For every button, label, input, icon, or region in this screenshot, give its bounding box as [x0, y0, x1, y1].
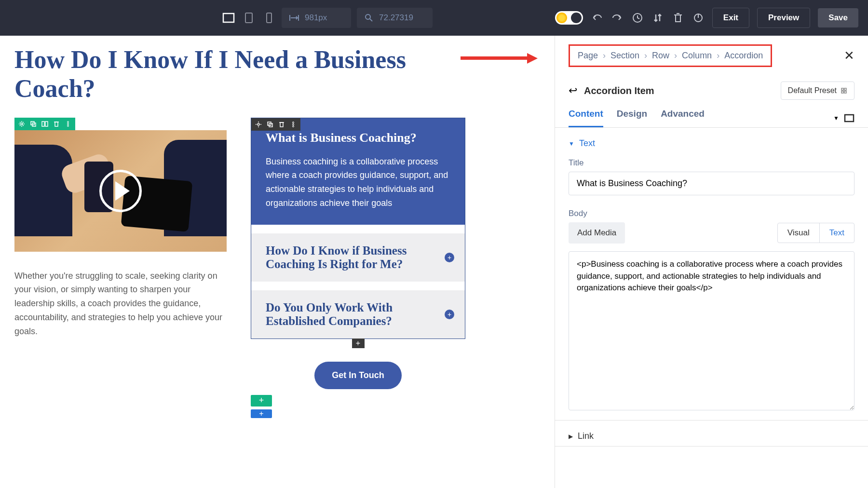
crumb-accordion[interactable]: Accordion: [724, 51, 763, 61]
svg-rect-19: [42, 122, 44, 126]
mode-visual[interactable]: Visual: [778, 223, 820, 243]
power-icon[interactable]: [692, 12, 705, 24]
editor-mode-tabs: Visual Text: [777, 223, 854, 243]
section-link-header[interactable]: ▶ Link: [555, 420, 868, 446]
svg-line-7: [370, 19, 372, 21]
exit-button[interactable]: Exit: [712, 8, 749, 28]
gear-icon[interactable]: [17, 120, 26, 128]
trash-icon[interactable]: [672, 12, 684, 24]
width-box: [282, 8, 351, 28]
svg-rect-1: [245, 13, 252, 23]
duplicate-icon[interactable]: [29, 120, 38, 128]
title-input[interactable]: [569, 172, 854, 195]
columns-icon[interactable]: [41, 120, 49, 128]
svg-point-25: [68, 125, 69, 126]
back-icon[interactable]: ↩: [569, 84, 577, 97]
crumb-section[interactable]: Section: [610, 51, 639, 61]
desktop-icon[interactable]: [222, 11, 235, 25]
zoom-input[interactable]: [379, 13, 425, 23]
mode-text[interactable]: Text: [820, 223, 854, 243]
cta-button[interactable]: Get In Touch: [314, 362, 402, 389]
breadcrumb: Page › Section › Row › Column › Accordio…: [569, 44, 772, 67]
svg-rect-12: [676, 15, 680, 22]
chevron-right-icon: ›: [644, 51, 647, 61]
width-icon: [289, 14, 299, 22]
more-icon[interactable]: [289, 120, 298, 129]
zoom-box: [357, 8, 433, 28]
duplicate-icon[interactable]: [266, 120, 274, 129]
delete-icon[interactable]: [277, 120, 286, 129]
svg-rect-22: [55, 122, 58, 126]
gear-icon[interactable]: [254, 120, 263, 129]
svg-rect-2: [267, 13, 271, 23]
add-item-button[interactable]: +: [352, 339, 365, 348]
accordion-item-open[interactable]: What is Business Coaching? Business coac…: [251, 118, 465, 233]
panel-head: ↩ Accordion Item Default Preset: [555, 76, 868, 100]
undo-icon[interactable]: [591, 12, 603, 24]
dropdown-icon[interactable]: ▼: [833, 115, 839, 122]
tab-advanced[interactable]: Advanced: [661, 108, 705, 127]
crumb-page[interactable]: Page: [578, 51, 598, 61]
tabs: Content Design Advanced ▼: [555, 100, 868, 128]
crumb-column[interactable]: Column: [682, 51, 712, 61]
accordion-item-closed[interactable]: How Do I Know if Business Coaching Is Ri…: [251, 233, 465, 290]
width-input[interactable]: [305, 13, 343, 23]
main: How Do I Know If I Need a Business Coach…: [0, 36, 868, 488]
preview-button[interactable]: Preview: [757, 8, 810, 28]
save-button[interactable]: Save: [818, 8, 858, 27]
tab-design[interactable]: Design: [617, 108, 647, 127]
play-icon[interactable]: [99, 170, 142, 212]
columns: Whether you're struggling to scale, seek…: [14, 118, 540, 418]
desktop-small-icon[interactable]: [844, 114, 854, 122]
section-text-header[interactable]: ▼ Text: [555, 128, 868, 153]
svg-rect-37: [844, 91, 846, 93]
close-icon[interactable]: ✕: [844, 48, 854, 63]
topbar-center: [222, 8, 433, 28]
accordion-title: What is Business Coaching?: [266, 131, 450, 145]
chevron-down-icon: ▼: [569, 140, 574, 147]
svg-point-26: [258, 123, 259, 125]
plus-icon[interactable]: +: [445, 253, 454, 262]
phone-icon[interactable]: [262, 11, 276, 25]
svg-rect-0: [223, 14, 234, 22]
sort-icon[interactable]: [651, 12, 664, 24]
redo-icon[interactable]: [611, 12, 624, 24]
panel-title: Accordion Item: [584, 85, 654, 96]
svg-rect-35: [844, 88, 846, 90]
sidebar: Page › Section › Row › Column › Accordio…: [555, 36, 868, 488]
preset-button[interactable]: Default Preset: [781, 81, 854, 100]
add-section-button[interactable]: +: [251, 395, 272, 407]
accordion-title: Do You Only Work With Established Compan…: [266, 301, 450, 328]
crumb-row[interactable]: Row: [652, 51, 669, 61]
tablet-icon[interactable]: [242, 11, 256, 25]
accordion-item-closed[interactable]: Do You Only Work With Established Compan…: [251, 290, 465, 339]
preset-icon: [841, 87, 847, 94]
video-module[interactable]: [14, 130, 227, 252]
theme-toggle[interactable]: [555, 11, 583, 25]
tab-content[interactable]: Content: [569, 108, 603, 127]
plus-icon[interactable]: +: [445, 310, 454, 319]
svg-point-23: [68, 121, 69, 122]
chevron-right-icon: ▶: [569, 433, 573, 440]
chevron-right-icon: ›: [717, 51, 719, 61]
chevron-right-icon: ›: [603, 51, 606, 61]
more-icon[interactable]: [64, 120, 72, 128]
media-row: Add Media Visual Text: [555, 222, 868, 247]
svg-rect-36: [841, 91, 843, 93]
history-icon[interactable]: [631, 12, 644, 24]
search-icon: [365, 14, 373, 22]
column-left: Whether you're struggling to scale, seek…: [14, 118, 227, 418]
canvas: How Do I Know If I Need a Business Coach…: [0, 36, 555, 488]
add-media-button[interactable]: Add Media: [569, 222, 625, 244]
add-row-button[interactable]: +: [251, 409, 272, 418]
svg-point-24: [68, 123, 69, 124]
delete-icon[interactable]: [52, 120, 61, 128]
column-right: What is Business Coaching? Business coac…: [251, 118, 465, 418]
arrow-annotation: [461, 53, 538, 63]
body-textarea[interactable]: <p>Business coaching is a collaborative …: [569, 251, 854, 410]
accordion-module: What is Business Coaching? Business coac…: [251, 118, 465, 339]
breadcrumb-wrap: Page › Section › Row › Column › Accordio…: [555, 36, 868, 76]
topbar-right: Exit Preview Save: [555, 8, 858, 28]
svg-point-16: [21, 123, 23, 125]
module-toolbar: [14, 118, 75, 130]
